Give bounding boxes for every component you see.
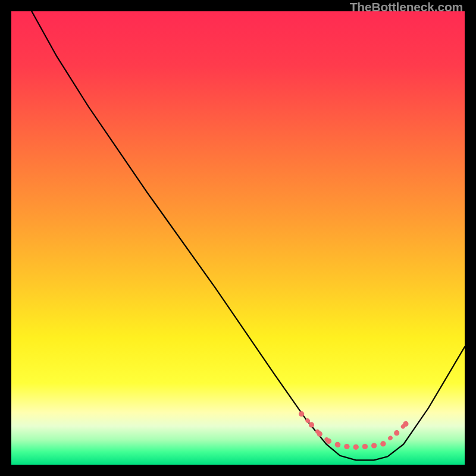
svg-point-17 — [353, 444, 359, 450]
svg-point-19 — [371, 443, 377, 448]
gradient-background — [11, 11, 465, 465]
svg-point-11 — [299, 411, 304, 416]
svg-point-13 — [317, 431, 322, 437]
svg-point-22 — [403, 421, 408, 427]
bottleneck-chart — [11, 11, 465, 465]
svg-point-20 — [380, 441, 386, 446]
svg-point-18 — [362, 444, 368, 449]
svg-point-21 — [394, 430, 399, 436]
svg-point-12 — [309, 422, 314, 427]
svg-point-15 — [335, 442, 340, 447]
svg-point-14 — [326, 439, 331, 444]
svg-point-16 — [344, 444, 349, 449]
chart-frame — [11, 11, 465, 465]
watermark-text: TheBottleneck.com — [350, 0, 463, 14]
